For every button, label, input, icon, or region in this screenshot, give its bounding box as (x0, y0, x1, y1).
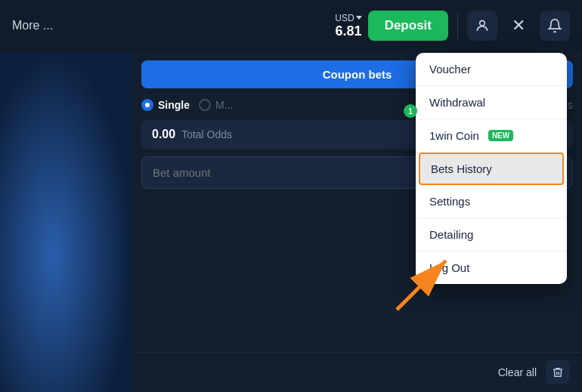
multiple-label: M... (215, 99, 233, 111)
header-right: USD 6.81 Deposit ✕ (335, 11, 570, 41)
currency-label: USD (335, 13, 361, 23)
bell-icon (547, 18, 562, 33)
currency-amount: 6.81 (335, 23, 361, 39)
chevron-down-icon (356, 16, 362, 20)
notification-badge: 1 (404, 104, 417, 118)
total-odds-label: Total Odds (181, 128, 232, 140)
user-icon-button[interactable] (467, 11, 497, 41)
bottom-bar: Clear all (132, 352, 582, 392)
more-label: More ... (12, 19, 53, 32)
menu-item-1win-coin[interactable]: 1win Coin NEW (416, 119, 567, 153)
clear-all-label: Clear all (498, 366, 537, 378)
menu-item-withdrawal[interactable]: Withdrawal (416, 86, 567, 119)
user-icon (475, 18, 490, 33)
vertical-divider (457, 12, 458, 39)
radio-dot-active (141, 99, 153, 111)
radio-dot-inner (145, 103, 150, 107)
currency-code: USD (335, 13, 354, 23)
menu-item-log-out[interactable]: Log Out (416, 252, 567, 284)
header: More ... USD 6.81 Deposit ✕ (0, 0, 582, 51)
menu-item-bets-history[interactable]: Bets History (419, 153, 564, 185)
svg-point-0 (480, 20, 485, 26)
currency-selector[interactable]: USD 6.81 (335, 13, 361, 39)
bell-button[interactable] (540, 11, 570, 41)
dropdown-menu: Voucher Withdrawal 1win Coin NEW Bets Hi… (416, 53, 567, 284)
deposit-button[interactable]: Deposit (368, 11, 448, 41)
more-button[interactable]: More ... (12, 19, 53, 32)
trash-button[interactable] (546, 360, 570, 384)
radio-dot-inactive (199, 99, 211, 111)
bell-icon-wrap (540, 11, 570, 41)
menu-item-settings[interactable]: Settings (416, 185, 567, 218)
left-panel (0, 51, 132, 392)
trash-icon (552, 366, 564, 378)
multiple-option[interactable]: M... (199, 99, 233, 111)
close-button[interactable]: ✕ (503, 11, 534, 41)
menu-item-voucher[interactable]: Voucher (416, 53, 567, 86)
menu-item-detailing[interactable]: Detailing (416, 218, 567, 252)
single-label: Single (158, 99, 190, 111)
single-option[interactable]: Single (141, 99, 190, 111)
total-odds-value: 0.00 (152, 128, 175, 141)
left-panel-bg (0, 51, 132, 392)
new-badge: NEW (488, 130, 513, 141)
main-content: Coupon bets Single M... es 0.00 Total Od… (0, 51, 582, 392)
close-icon: ✕ (512, 16, 525, 35)
